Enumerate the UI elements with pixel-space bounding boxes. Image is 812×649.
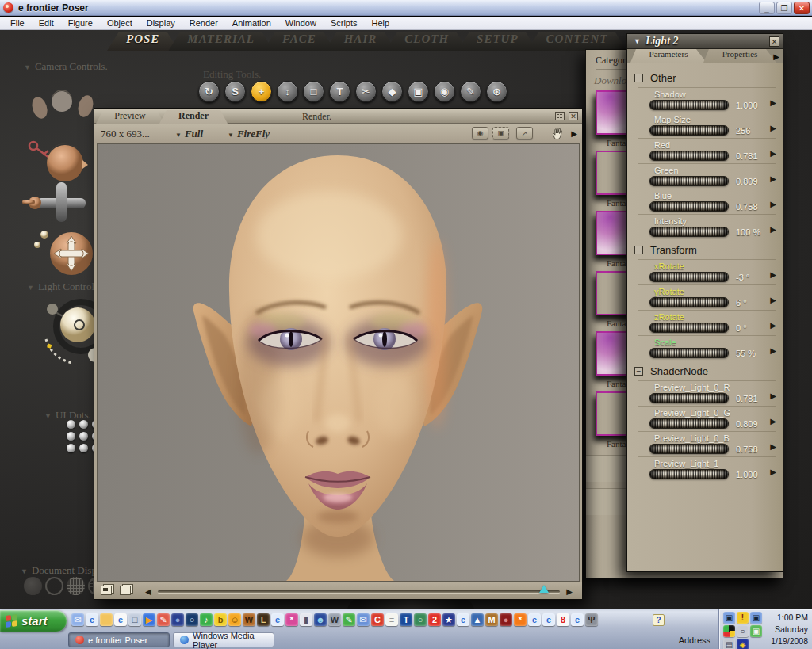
noaa-icon[interactable]: ○: [186, 613, 198, 626]
tab-preview[interactable]: Preview: [96, 110, 164, 124]
param-menu-arrow[interactable]: ▶: [770, 417, 776, 426]
param-menu-arrow[interactable]: ▶: [770, 225, 776, 234]
color-tool[interactable]: ◆: [381, 81, 403, 102]
morphing-tool[interactable]: ✎: [460, 81, 481, 102]
ui-dot[interactable]: [67, 432, 75, 441]
taper-tool[interactable]: T: [329, 81, 350, 102]
eagle-shield-icon[interactable]: ▲: [471, 613, 484, 626]
ui-dot[interactable]: [79, 420, 88, 429]
param-dial[interactable]: [649, 151, 729, 161]
close-icon[interactable]: ✕: [769, 36, 779, 47]
wolf-icon[interactable]: W: [328, 613, 341, 626]
flyout-arrow-icon[interactable]: ▶: [571, 129, 577, 138]
pinwheel-icon[interactable]: *: [285, 613, 298, 626]
bee-icon[interactable]: b: [214, 613, 227, 626]
menu-display[interactable]: Display: [140, 17, 182, 29]
menu-figure[interactable]: Figure: [61, 17, 100, 29]
flyout-arrow-icon[interactable]: ▶: [773, 52, 779, 61]
slider-right-arrow[interactable]: ▶: [566, 587, 573, 596]
taskbar-button-1[interactable]: e frontier Poser: [68, 632, 170, 647]
mail2-icon[interactable]: ✉: [357, 613, 370, 626]
lq-icon[interactable]: L: [257, 613, 270, 626]
tab-face[interactable]: FACE: [263, 32, 335, 51]
direct-manipulation-tool[interactable]: ⊛: [486, 81, 508, 102]
scheduler-icon[interactable]: ○: [737, 625, 749, 637]
red-c-icon[interactable]: C: [371, 613, 384, 626]
outlook-express-icon[interactable]: ✉: [71, 613, 84, 626]
display-style-outline[interactable]: [45, 577, 63, 595]
tab-render[interactable]: Render: [159, 110, 228, 124]
param-menu-arrow[interactable]: ▶: [770, 321, 776, 330]
ie4-icon[interactable]: e: [528, 613, 541, 626]
wolf2-icon[interactable]: Ψ: [585, 613, 598, 626]
param-dial[interactable]: [649, 227, 729, 237]
tab-properties[interactable]: Properties: [703, 49, 776, 63]
param-menu-arrow[interactable]: ▶: [770, 174, 776, 183]
grouping-tool[interactable]: ▣: [408, 81, 429, 102]
param-menu-arrow[interactable]: ▶: [770, 200, 776, 208]
lan-icon[interactable]: ▣: [750, 625, 762, 637]
messenger-icon[interactable]: ☻: [314, 613, 327, 626]
compare-slider-track[interactable]: [158, 590, 560, 593]
ie6-icon[interactable]: e: [571, 613, 584, 626]
ui-dot[interactable]: [67, 444, 75, 452]
minimize-button[interactable]: _: [759, 2, 775, 14]
clock[interactable]: 1:00 PM Saturday 1/19/2008: [762, 612, 808, 647]
collapse-icon[interactable]: −: [634, 246, 643, 254]
render-canvas[interactable]: [97, 143, 580, 582]
pan-hand-icon[interactable]: [551, 126, 565, 140]
param-menu-arrow[interactable]: ▶: [770, 442, 776, 451]
view-magnifier-tool[interactable]: ◉: [434, 81, 455, 102]
param-dial[interactable]: [649, 469, 729, 479]
param-dial[interactable]: [649, 444, 729, 454]
tab-parameters[interactable]: Parameters: [630, 49, 707, 63]
security-alert-icon[interactable]: !: [737, 612, 749, 624]
document-icon[interactable]: ≡: [385, 613, 398, 626]
display-style-silhouette[interactable]: [24, 577, 42, 595]
internet-explorer-icon[interactable]: e: [86, 613, 98, 626]
tiger-icon[interactable]: W: [243, 613, 255, 626]
ui-dot[interactable]: [79, 432, 88, 441]
chain-break-tool[interactable]: ✂: [355, 81, 377, 102]
param-menu-arrow[interactable]: ▶: [770, 296, 776, 304]
param-menu-arrow[interactable]: ▶: [770, 270, 776, 279]
tab-setup[interactable]: SETUP: [458, 32, 538, 51]
new-render-window-icon[interactable]: ▣: [492, 127, 509, 139]
param-menu-arrow[interactable]: ▶: [770, 124, 776, 132]
tab-cloth[interactable]: CLOTH: [385, 32, 468, 51]
ie-document-icon[interactable]: e: [114, 613, 127, 626]
close-button[interactable]: ✕: [794, 2, 810, 14]
param-dial[interactable]: [649, 201, 729, 212]
translate-inout-tool[interactable]: ↕: [277, 81, 298, 102]
address-toolbar-label[interactable]: Address: [679, 636, 710, 645]
restore-button[interactable]: ❐: [776, 2, 792, 14]
render-compare-icon[interactable]: ◉: [472, 127, 488, 139]
menu-window[interactable]: Window: [278, 17, 324, 29]
param-dial[interactable]: [649, 100, 729, 110]
menu-render[interactable]: Render: [182, 17, 225, 29]
menu-file[interactable]: File: [3, 17, 32, 29]
ui-dot[interactable]: [67, 420, 75, 429]
collapse-icon[interactable]: −: [634, 367, 643, 376]
palette-header[interactable]: ▼ Light 2 ✕: [627, 34, 783, 49]
ui-dot[interactable]: [79, 444, 88, 452]
ie5-icon[interactable]: e: [542, 613, 555, 626]
scale-tool[interactable]: □: [303, 81, 324, 102]
display-settings-icon[interactable]: □: [128, 613, 141, 626]
display-style-shaded-mesh[interactable]: [67, 577, 85, 595]
start-button[interactable]: start: [0, 610, 67, 632]
display-adapter-icon[interactable]: [723, 625, 735, 637]
menu-animation[interactable]: Animation: [225, 17, 278, 29]
menu-help[interactable]: Help: [365, 17, 397, 29]
menu-scripts[interactable]: Scripts: [324, 17, 365, 29]
param-dial[interactable]: [649, 125, 729, 136]
taskbar-button-2[interactable]: Windows Media Player: [173, 632, 274, 647]
title-bar[interactable]: e frontier Poser _ ❐ ✕: [0, 0, 812, 16]
tab-pose[interactable]: POSE: [107, 32, 178, 51]
media-player-icon[interactable]: ▶: [143, 613, 155, 626]
param-menu-arrow[interactable]: ▶: [770, 468, 776, 476]
param-menu-arrow[interactable]: ▶: [770, 391, 776, 400]
close-icon[interactable]: ✕: [569, 112, 578, 120]
menu-object[interactable]: Object: [100, 17, 140, 29]
network-activity-icon[interactable]: ▣: [723, 612, 735, 624]
